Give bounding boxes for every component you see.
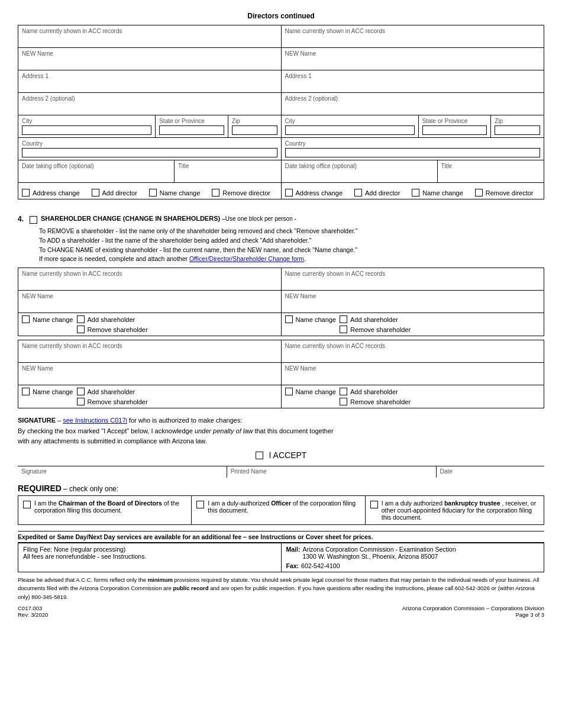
add-director-label-2: Add director xyxy=(365,189,400,197)
sh-new-name-label-4: NEW Name xyxy=(285,365,541,372)
footer-left: C017.003 Rev: 3/2020 xyxy=(18,605,48,618)
state-label-1: State or Province xyxy=(159,118,224,124)
new-name-value-2 xyxy=(285,58,541,67)
new-name-label-1: NEW Name xyxy=(22,50,277,57)
shareholder-table-top: Name currently shown in ACC records Name… xyxy=(18,268,544,336)
sh-remove-shareholder-1[interactable]: Remove shareholder xyxy=(77,326,148,333)
required-suffix: – check only one: xyxy=(63,485,118,493)
section4-checkbox[interactable] xyxy=(30,216,37,224)
required-option1-text: I am the Chairman of the Board of Direct… xyxy=(34,500,186,514)
sh-name-acc-label-4: Name currently shown in ACC records xyxy=(285,343,541,349)
name-change-checkbox-2[interactable] xyxy=(412,189,419,197)
sh-name-change-1[interactable]: Name change xyxy=(22,315,73,323)
address-change-checkbox-2[interactable] xyxy=(285,189,293,197)
signature-text: By checking the box marked "I Accept" be… xyxy=(18,426,544,446)
required-label: REQUIRED xyxy=(18,484,62,493)
address-change-checkbox-item-2[interactable]: Address change xyxy=(285,189,343,197)
name-acc-label-2: Name currently shown in ACC records xyxy=(285,28,541,34)
section4-number: 4. xyxy=(18,215,24,223)
add-director-checkbox-1[interactable] xyxy=(92,189,99,197)
add-director-checkbox-item-2[interactable]: Add director xyxy=(354,189,400,197)
name-change-checkbox-item-2[interactable]: Name change xyxy=(412,189,463,197)
zip-label-1: Zip xyxy=(232,118,277,124)
name-change-label-1: Name change xyxy=(160,189,201,197)
add-director-label-1: Add director xyxy=(102,189,137,197)
sh-name-change-2[interactable]: Name change xyxy=(285,315,337,323)
signature-label: SIGNATURE – see Instructions C017i for w… xyxy=(18,417,544,424)
required-option3-text: I am a duly authorized bankruptcy truste… xyxy=(382,500,539,521)
sh-new-name-value-1 xyxy=(22,301,277,310)
footer-right: Arizona Corporation Commission – Corpora… xyxy=(402,605,544,618)
sh-add-shareholder-3[interactable]: Add shareholder xyxy=(77,388,148,395)
fax-number: 602-542-4100 xyxy=(301,562,340,569)
zip-label-2: Zip xyxy=(495,118,540,124)
required-option1-checkbox[interactable] xyxy=(23,501,31,508)
sh-new-name-value-4 xyxy=(285,373,541,382)
city-label-1: City xyxy=(22,118,151,124)
form-link[interactable]: Officer/Director/Shareholder Change form xyxy=(189,255,304,262)
signature-section: SIGNATURE – see Instructions C017i for w… xyxy=(18,417,544,478)
sh-name-change-4[interactable]: Name change xyxy=(285,388,337,395)
name-acc-value-1 xyxy=(22,36,277,45)
address2-value-2 xyxy=(285,103,541,112)
fee-row2: All fees are nonrefundable - see Instruc… xyxy=(23,553,276,560)
sig-field-label: Signature xyxy=(21,468,223,475)
address1-value-2 xyxy=(285,80,541,90)
section4-instructions: To REMOVE a shareholder - list the name … xyxy=(39,227,544,264)
sh-new-name-label-1: NEW Name xyxy=(22,293,277,299)
remove-director-checkbox-2[interactable] xyxy=(475,189,483,197)
address2-label-2: Address 2 (optional) xyxy=(285,95,541,102)
mail-label: Mail: xyxy=(286,546,301,560)
sh-name-acc-value-4 xyxy=(285,350,541,360)
remove-director-checkbox-1[interactable] xyxy=(212,189,219,197)
required-section: REQUIRED – check only one: I am the Chai… xyxy=(18,484,544,525)
i-accept-label: I ACCEPT xyxy=(269,450,307,460)
sh-remove-shareholder-2[interactable]: Remove shareholder xyxy=(340,326,411,333)
sh-name-acc-label-2: Name currently shown in ACC records xyxy=(285,270,541,277)
required-option2-text: I am a duly-authorized Officer of the co… xyxy=(208,500,360,514)
address1-label-2: Address 1 xyxy=(285,73,541,79)
sh-name-acc-label-1: Name currently shown in ACC records xyxy=(22,270,277,277)
section4-header: 4. SHAREHOLDER CHANGE (CHANGE IN SHAREHO… xyxy=(18,207,544,224)
state-label-2: State or Province xyxy=(422,118,487,124)
required-option2-checkbox[interactable] xyxy=(196,501,204,508)
remove-director-checkbox-item-2[interactable]: Remove director xyxy=(475,189,534,197)
name-change-checkbox-1[interactable] xyxy=(149,189,157,197)
sh-new-name-label-3: NEW Name xyxy=(22,365,277,372)
add-director-checkbox-2[interactable] xyxy=(354,189,362,197)
address-change-checkbox-item-1[interactable]: Address change xyxy=(22,189,80,197)
required-table: I am the Chairman of the Board of Direct… xyxy=(18,495,544,525)
sh-add-shareholder-4[interactable]: Add shareholder xyxy=(340,388,411,395)
address1-value-1 xyxy=(22,80,277,90)
title-label-1: Title xyxy=(178,163,277,169)
sh-remove-shareholder-3[interactable]: Remove shareholder xyxy=(77,398,148,405)
date-field-label: Date xyxy=(440,468,541,475)
country-label-1: Country xyxy=(22,140,277,147)
address-change-checkbox-1[interactable] xyxy=(22,189,30,197)
expedited-bar: Expedited or Same Day/Next Day services … xyxy=(18,531,544,543)
remove-director-checkbox-item-1[interactable]: Remove director xyxy=(212,189,270,197)
date-label-1: Date taking office (optional) xyxy=(22,163,170,169)
printed-name-label: Printed Name xyxy=(231,468,432,475)
sh-new-name-label-2: NEW Name xyxy=(285,293,541,299)
add-director-checkbox-item-1[interactable]: Add director xyxy=(92,189,137,197)
name-change-checkbox-item-1[interactable]: Name change xyxy=(149,189,201,197)
new-name-label-2: NEW Name xyxy=(285,50,541,57)
sh-add-shareholder-2[interactable]: Add shareholder xyxy=(340,315,411,323)
sh-remove-shareholder-4[interactable]: Remove shareholder xyxy=(340,398,411,405)
address-change-label-1: Address change xyxy=(33,189,80,197)
shareholder-table-bottom: Name currently shown in ACC records Name… xyxy=(18,340,544,408)
disclaimer: Please be advised that A.C.C. forms refl… xyxy=(18,576,544,601)
sh-add-shareholder-1[interactable]: Add shareholder xyxy=(77,315,148,323)
i-accept-row: I ACCEPT xyxy=(18,450,544,460)
i-accept-checkbox[interactable] xyxy=(256,452,263,459)
address-change-label-2: Address change xyxy=(296,189,343,197)
required-option3-checkbox[interactable] xyxy=(370,501,378,508)
name-acc-label-1: Name currently shown in ACC records xyxy=(22,28,277,34)
section4-title: SHAREHOLDER CHANGE (CHANGE IN SHAREHOLDE… xyxy=(41,215,220,222)
sh-name-change-3[interactable]: Name change xyxy=(22,388,73,395)
address2-value-1 xyxy=(22,103,277,112)
fee-table: Filing Fee: None (regular processing) Al… xyxy=(18,543,544,572)
remove-director-label-2: Remove director xyxy=(486,189,534,197)
instructions-link[interactable]: see Instructions C017i xyxy=(63,417,127,424)
